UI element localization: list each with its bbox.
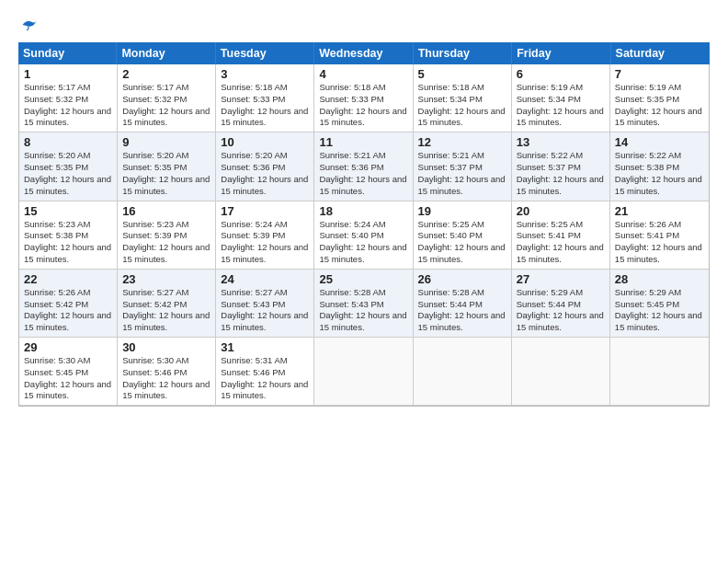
day-number: 6 — [517, 67, 605, 81]
day-number: 29 — [24, 340, 112, 354]
calendar-cell: 16Sunrise: 5:23 AMSunset: 5:39 PMDayligh… — [118, 201, 216, 269]
day-number: 28 — [615, 272, 704, 286]
day-number: 12 — [418, 135, 506, 149]
day-number: 3 — [221, 67, 309, 81]
cell-info: Sunrise: 5:28 AMSunset: 5:44 PMDaylight:… — [418, 287, 506, 334]
calendar-cell: 4Sunrise: 5:18 AMSunset: 5:33 PMDaylight… — [314, 64, 413, 132]
logo — [18, 17, 38, 33]
calendar-cell: 6Sunrise: 5:19 AMSunset: 5:34 PMDaylight… — [512, 64, 610, 132]
calendar: SundayMondayTuesdayWednesdayThursdayFrid… — [18, 42, 710, 550]
calendar-cell: 7Sunrise: 5:19 AMSunset: 5:35 PMDaylight… — [610, 64, 709, 132]
day-number: 5 — [418, 67, 506, 81]
calendar-row: 29Sunrise: 5:30 AMSunset: 5:45 PMDayligh… — [19, 338, 709, 406]
cell-info: Sunrise: 5:21 AMSunset: 5:37 PMDaylight:… — [418, 150, 506, 197]
cell-info: Sunrise: 5:17 AMSunset: 5:32 PMDaylight:… — [24, 82, 112, 129]
cell-info: Sunrise: 5:24 AMSunset: 5:40 PMDaylight:… — [319, 219, 407, 266]
day-number: 1 — [24, 67, 112, 81]
cell-info: Sunrise: 5:30 AMSunset: 5:45 PMDaylight:… — [24, 355, 112, 402]
calendar-header: SundayMondayTuesdayWednesdayThursdayFrid… — [18, 42, 710, 64]
calendar-cell: 31Sunrise: 5:31 AMSunset: 5:46 PMDayligh… — [216, 338, 314, 405]
calendar-cell — [512, 338, 610, 405]
day-number: 15 — [24, 204, 112, 218]
cell-info: Sunrise: 5:19 AMSunset: 5:35 PMDaylight:… — [615, 82, 704, 129]
day-number: 24 — [221, 272, 309, 286]
day-number: 16 — [122, 204, 210, 218]
cell-info: Sunrise: 5:22 AMSunset: 5:37 PMDaylight:… — [517, 150, 605, 197]
day-number: 18 — [319, 204, 407, 218]
cell-info: Sunrise: 5:20 AMSunset: 5:35 PMDaylight:… — [24, 150, 112, 197]
calendar-cell: 22Sunrise: 5:26 AMSunset: 5:42 PMDayligh… — [19, 270, 118, 337]
header-cell-tuesday: Tuesday — [216, 42, 314, 64]
calendar-cell: 20Sunrise: 5:25 AMSunset: 5:41 PMDayligh… — [512, 201, 610, 269]
day-number: 27 — [517, 272, 605, 286]
calendar-cell: 19Sunrise: 5:25 AMSunset: 5:40 PMDayligh… — [414, 201, 512, 269]
cell-info: Sunrise: 5:19 AMSunset: 5:34 PMDaylight:… — [517, 82, 605, 129]
day-number: 17 — [221, 204, 309, 218]
calendar-cell — [414, 338, 512, 405]
day-number: 25 — [319, 272, 407, 286]
calendar-cell: 18Sunrise: 5:24 AMSunset: 5:40 PMDayligh… — [314, 201, 413, 269]
calendar-cell: 23Sunrise: 5:27 AMSunset: 5:42 PMDayligh… — [118, 270, 216, 337]
header — [18, 17, 710, 33]
calendar-cell: 8Sunrise: 5:20 AMSunset: 5:35 PMDaylight… — [19, 132, 118, 200]
cell-info: Sunrise: 5:22 AMSunset: 5:38 PMDaylight:… — [615, 150, 704, 197]
day-number: 7 — [615, 67, 704, 81]
day-number: 4 — [319, 67, 407, 81]
cell-info: Sunrise: 5:25 AMSunset: 5:41 PMDaylight:… — [517, 219, 605, 266]
calendar-cell: 2Sunrise: 5:17 AMSunset: 5:32 PMDaylight… — [118, 64, 216, 132]
header-cell-saturday: Saturday — [611, 42, 710, 64]
day-number: 9 — [122, 135, 210, 149]
calendar-body: 1Sunrise: 5:17 AMSunset: 5:32 PMDaylight… — [19, 64, 709, 406]
calendar-cell: 24Sunrise: 5:27 AMSunset: 5:43 PMDayligh… — [216, 270, 314, 337]
day-number: 22 — [24, 272, 112, 286]
day-number: 11 — [319, 135, 407, 149]
day-number: 20 — [517, 204, 605, 218]
cell-info: Sunrise: 5:24 AMSunset: 5:39 PMDaylight:… — [221, 219, 309, 266]
cell-info: Sunrise: 5:25 AMSunset: 5:40 PMDaylight:… — [418, 219, 506, 266]
calendar-cell: 27Sunrise: 5:29 AMSunset: 5:44 PMDayligh… — [512, 270, 610, 337]
day-number: 26 — [418, 272, 506, 286]
cell-info: Sunrise: 5:26 AMSunset: 5:42 PMDaylight:… — [24, 287, 112, 334]
cell-info: Sunrise: 5:18 AMSunset: 5:33 PMDaylight:… — [319, 82, 407, 129]
cell-info: Sunrise: 5:18 AMSunset: 5:34 PMDaylight:… — [418, 82, 506, 129]
calendar-cell: 30Sunrise: 5:30 AMSunset: 5:46 PMDayligh… — [118, 338, 216, 405]
calendar-row: 15Sunrise: 5:23 AMSunset: 5:38 PMDayligh… — [19, 201, 709, 270]
calendar-cell: 28Sunrise: 5:29 AMSunset: 5:45 PMDayligh… — [610, 270, 709, 337]
cell-info: Sunrise: 5:30 AMSunset: 5:46 PMDaylight:… — [122, 355, 210, 402]
calendar-cell: 10Sunrise: 5:20 AMSunset: 5:36 PMDayligh… — [216, 132, 314, 200]
day-number: 8 — [24, 135, 112, 149]
cell-info: Sunrise: 5:23 AMSunset: 5:39 PMDaylight:… — [122, 219, 210, 266]
day-number: 31 — [221, 340, 309, 354]
cell-info: Sunrise: 5:26 AMSunset: 5:41 PMDaylight:… — [615, 219, 704, 266]
header-cell-monday: Monday — [117, 42, 215, 64]
cell-info: Sunrise: 5:29 AMSunset: 5:44 PMDaylight:… — [517, 287, 605, 334]
logo-bird-icon — [21, 17, 38, 33]
cell-info: Sunrise: 5:20 AMSunset: 5:35 PMDaylight:… — [122, 150, 210, 197]
calendar-row: 8Sunrise: 5:20 AMSunset: 5:35 PMDaylight… — [19, 132, 709, 201]
cell-info: Sunrise: 5:31 AMSunset: 5:46 PMDaylight:… — [221, 355, 309, 402]
cell-info: Sunrise: 5:28 AMSunset: 5:43 PMDaylight:… — [319, 287, 407, 334]
header-cell-friday: Friday — [512, 42, 610, 64]
calendar-cell: 5Sunrise: 5:18 AMSunset: 5:34 PMDaylight… — [414, 64, 512, 132]
calendar-cell: 1Sunrise: 5:17 AMSunset: 5:32 PMDaylight… — [19, 64, 118, 132]
cell-info: Sunrise: 5:20 AMSunset: 5:36 PMDaylight:… — [221, 150, 309, 197]
header-cell-thursday: Thursday — [414, 42, 512, 64]
day-number: 30 — [122, 340, 210, 354]
calendar-cell: 17Sunrise: 5:24 AMSunset: 5:39 PMDayligh… — [216, 201, 314, 269]
calendar-cell: 26Sunrise: 5:28 AMSunset: 5:44 PMDayligh… — [414, 270, 512, 337]
calendar-cell: 12Sunrise: 5:21 AMSunset: 5:37 PMDayligh… — [414, 132, 512, 200]
calendar-row: 1Sunrise: 5:17 AMSunset: 5:32 PMDaylight… — [19, 64, 709, 132]
calendar-cell: 9Sunrise: 5:20 AMSunset: 5:35 PMDaylight… — [118, 132, 216, 200]
day-number: 21 — [615, 204, 704, 218]
calendar-cell: 25Sunrise: 5:28 AMSunset: 5:43 PMDayligh… — [314, 270, 413, 337]
day-number: 23 — [122, 272, 210, 286]
cell-info: Sunrise: 5:17 AMSunset: 5:32 PMDaylight:… — [122, 82, 210, 129]
calendar-cell: 3Sunrise: 5:18 AMSunset: 5:33 PMDaylight… — [216, 64, 314, 132]
cell-info: Sunrise: 5:18 AMSunset: 5:33 PMDaylight:… — [221, 82, 309, 129]
cell-info: Sunrise: 5:21 AMSunset: 5:36 PMDaylight:… — [319, 150, 407, 197]
calendar-cell — [314, 338, 413, 405]
day-number: 14 — [615, 135, 704, 149]
calendar-cell: 13Sunrise: 5:22 AMSunset: 5:37 PMDayligh… — [512, 132, 610, 200]
day-number: 10 — [221, 135, 309, 149]
day-number: 2 — [122, 67, 210, 81]
